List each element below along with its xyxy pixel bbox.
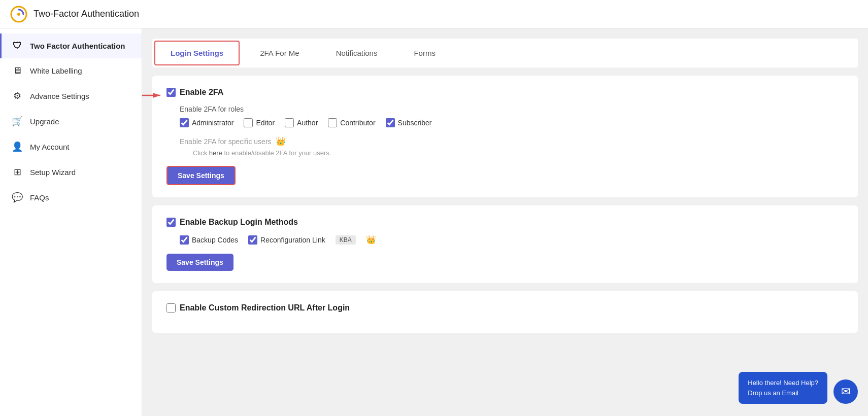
- backup-codes-checkbox[interactable]: [180, 235, 189, 245]
- enable-redirect-checkbox[interactable]: [166, 303, 176, 313]
- role-contributor-label[interactable]: Contributor: [340, 119, 375, 127]
- cart-icon: 🛒: [12, 116, 23, 127]
- sidebar-item-label: Two Factor Authentication: [30, 42, 125, 50]
- role-editor: Editor: [244, 118, 275, 127]
- sidebar-item-label: Setup Wizard: [30, 168, 76, 177]
- save-settings-button-1[interactable]: Save Settings: [166, 166, 236, 185]
- app-logo: [10, 6, 27, 23]
- crown-icon-2: 👑: [366, 235, 376, 245]
- sidebar-item-white-labelling[interactable]: 🖥 White Labelling: [0, 58, 142, 83]
- reconfig-link-label[interactable]: Reconfiguration Link: [260, 236, 325, 244]
- crown-icon: 👑: [276, 136, 286, 146]
- tab-login-settings[interactable]: Login Settings: [154, 41, 240, 65]
- reconfig-link-checkbox[interactable]: [248, 235, 257, 245]
- topbar: Two-Factor Authentication: [0, 0, 868, 28]
- gear-icon: ⚙: [12, 90, 23, 101]
- enable-2fa-label[interactable]: Enable 2FA: [180, 88, 223, 97]
- faq-icon: 💬: [12, 192, 23, 203]
- help-chat-button[interactable]: ✉: [833, 379, 858, 404]
- content-area: Login Settings 2FA For Me Notifications …: [142, 28, 868, 416]
- svg-point-1: [17, 13, 20, 16]
- here-link[interactable]: here: [209, 149, 222, 157]
- enable-backup-group: Enable Backup Login Methods: [166, 218, 844, 227]
- role-author-label[interactable]: Author: [297, 119, 318, 127]
- role-subscriber-label[interactable]: Subscriber: [398, 119, 432, 127]
- enable-2fa-card: Enable 2FA Enable 2FA for roles Administ…: [152, 76, 858, 197]
- roles-label: Enable 2FA for roles: [180, 105, 844, 113]
- chat-icon: ✉: [841, 385, 850, 398]
- sidebar-item-label: My Account: [30, 143, 70, 151]
- user-icon: 👤: [12, 141, 23, 152]
- enable-redirect-label[interactable]: Enable Custom Redirection URL After Logi…: [180, 303, 350, 313]
- sidebar-item-label: FAQs: [30, 193, 49, 202]
- role-editor-checkbox[interactable]: [244, 118, 253, 127]
- sidebar-item-faqs[interactable]: 💬 FAQs: [0, 185, 142, 210]
- role-author-checkbox[interactable]: [285, 118, 294, 127]
- specific-users-label: Enable 2FA for specific users: [180, 137, 272, 146]
- tab-bar: Login Settings 2FA For Me Notifications …: [152, 39, 858, 67]
- topbar-title: Two-Factor Authentication: [34, 9, 139, 19]
- sidebar-item-label: Advance Settings: [30, 92, 89, 100]
- grid-icon: ⊞: [12, 166, 23, 178]
- specific-users-row: Enable 2FA for specific users 👑: [180, 136, 844, 146]
- role-subscriber-checkbox[interactable]: [386, 118, 395, 127]
- role-editor-label[interactable]: Editor: [256, 119, 275, 127]
- enable-2fa-group: Enable 2FA: [166, 88, 844, 97]
- role-admin-checkbox[interactable]: [180, 118, 189, 127]
- red-arrow: [142, 90, 163, 101]
- backup-codes-item: Backup Codes: [180, 235, 238, 245]
- enable-2fa-checkbox[interactable]: [166, 88, 176, 97]
- save-settings-button-2[interactable]: Save Settings: [166, 254, 233, 271]
- role-subscriber: Subscriber: [386, 118, 432, 127]
- shield-icon: 🛡: [12, 41, 23, 51]
- sidebar-item-setup-wizard[interactable]: ⊞ Setup Wizard: [0, 159, 142, 185]
- help-line1: Hello there! Need Help?: [748, 378, 818, 388]
- sidebar: 🛡 Two Factor Authentication 🖥 White Labe…: [0, 28, 142, 416]
- sidebar-item-advance-settings[interactable]: ⚙ Advance Settings: [0, 83, 142, 109]
- click-here-row: Click here to enable/disable 2FA for you…: [193, 149, 844, 157]
- sidebar-item-two-factor-auth[interactable]: 🛡 Two Factor Authentication: [0, 33, 142, 58]
- sidebar-item-upgrade[interactable]: 🛒 Upgrade: [0, 109, 142, 134]
- roles-row: Administrator Editor Author Contributor …: [180, 118, 844, 127]
- tab-notifications[interactable]: Notifications: [320, 41, 394, 65]
- role-administrator: Administrator: [180, 118, 233, 127]
- enable-backup-checkbox[interactable]: [166, 218, 176, 227]
- sidebar-item-my-account[interactable]: 👤 My Account: [0, 134, 142, 159]
- help-widget[interactable]: Hello there! Need Help? Drop us an Email: [739, 372, 827, 404]
- reconfig-link-item: Reconfiguration Link: [248, 235, 325, 245]
- backup-login-card: Enable Backup Login Methods Backup Codes…: [152, 205, 858, 283]
- sidebar-item-label: White Labelling: [30, 66, 82, 75]
- role-contributor-checkbox[interactable]: [328, 118, 337, 127]
- enable-backup-label[interactable]: Enable Backup Login Methods: [180, 218, 298, 227]
- monitor-icon: 🖥: [12, 65, 23, 76]
- backup-options-row: Backup Codes Reconfiguration Link KBA 👑: [180, 235, 844, 245]
- enable-redirect-group: Enable Custom Redirection URL After Logi…: [166, 303, 844, 313]
- redirect-url-card: Enable Custom Redirection URL After Logi…: [152, 291, 858, 333]
- role-contributor: Contributor: [328, 118, 375, 127]
- kba-badge: KBA: [336, 235, 356, 245]
- role-author: Author: [285, 118, 318, 127]
- backup-codes-label[interactable]: Backup Codes: [192, 236, 238, 244]
- tab-forms[interactable]: Forms: [397, 41, 452, 65]
- tab-2fa-for-me[interactable]: 2FA For Me: [244, 41, 316, 65]
- help-line2: Drop us an Email: [748, 388, 818, 398]
- role-admin-label[interactable]: Administrator: [192, 119, 233, 127]
- sidebar-item-label: Upgrade: [30, 117, 59, 126]
